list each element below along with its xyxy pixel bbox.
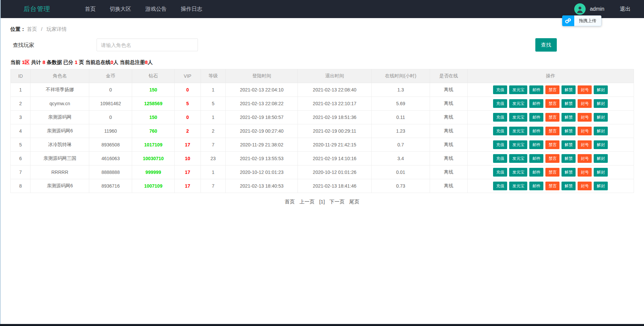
action-button-orange[interactable]: 封号 [578, 113, 592, 122]
action-button-teal[interactable]: 解禁 [561, 154, 576, 163]
action-button-orange[interactable]: 封号 [578, 140, 592, 149]
action-button-orange[interactable]: 封号 [578, 168, 592, 177]
action-button-teal[interactable]: 发元宝 [509, 168, 527, 177]
action-button-teal[interactable]: 充值 [493, 113, 507, 122]
cell-diamond: 1017109 [132, 138, 174, 152]
action-button-teal[interactable]: 解封 [594, 127, 608, 135]
summary-text: 共计 [30, 59, 43, 65]
action-button-orange[interactable]: 禁言 [545, 85, 559, 94]
breadcrumb-prefix: 位置： [10, 26, 25, 32]
nav-item[interactable]: 首页 [78, 0, 103, 18]
table-row: 5冰冷凯特琳893650810171091772020-11-29 21:38:… [11, 138, 634, 152]
action-button-orange[interactable]: 封号 [578, 127, 592, 135]
action-button-teal[interactable]: 解封 [594, 168, 608, 177]
action-button-teal[interactable]: 邮件 [529, 154, 543, 163]
action-button-orange[interactable]: 禁言 [545, 154, 559, 163]
action-button-orange[interactable]: 封号 [578, 182, 592, 190]
players-table: ID角色名金币钻石VIP等级登陆时间退出时间在线时间(小时)是否在线操作 1不祥… [10, 69, 634, 193]
action-button-teal[interactable]: 充值 [493, 127, 507, 135]
action-button-orange[interactable]: 禁言 [545, 99, 559, 108]
page-link[interactable]: 首页 [285, 199, 295, 204]
action-button-orange[interactable]: 封号 [578, 154, 592, 163]
action-button-teal[interactable]: 充值 [493, 140, 507, 149]
action-button-teal[interactable]: 充值 [493, 182, 507, 190]
action-button-orange[interactable]: 禁言 [545, 140, 559, 149]
cell-gold: 4616063 [89, 152, 132, 166]
action-button-teal[interactable]: 充值 [493, 99, 507, 108]
cell-diamond: 150 [132, 111, 174, 124]
app-brand[interactable]: 后台管理 [23, 5, 50, 13]
cell-vip: 17 [174, 166, 201, 179]
page-link[interactable]: 尾页 [349, 199, 359, 204]
cell-online: 离线 [430, 138, 467, 152]
action-button-teal[interactable]: 解禁 [561, 127, 576, 135]
action-button-teal[interactable]: 邮件 [529, 85, 543, 94]
page-link[interactable]: [1] [319, 199, 325, 204]
action-button-teal[interactable]: 发元宝 [509, 85, 527, 94]
action-button-teal[interactable]: 解封 [594, 140, 608, 149]
action-button-teal[interactable]: 发元宝 [509, 127, 527, 135]
action-button-teal[interactable]: 解封 [594, 154, 608, 163]
cell-actions: 充值发元宝邮件禁言解禁封号解封 [467, 97, 634, 111]
cell-logout: 2020-10-12 01:01:26 [298, 166, 371, 179]
action-button-orange[interactable]: 禁言 [545, 127, 559, 135]
action-button-teal[interactable]: 解禁 [561, 85, 576, 94]
action-button-teal[interactable]: 解禁 [561, 113, 576, 122]
action-button-orange[interactable]: 封号 [578, 99, 592, 108]
action-button-teal[interactable]: 邮件 [529, 168, 543, 177]
nav-item[interactable]: 操作日志 [174, 0, 209, 18]
cell-login: 2021-02-13 22:04:10 [225, 83, 298, 97]
breadcrumb-home[interactable]: 首页 [27, 26, 37, 32]
cell-level: 5 [201, 97, 225, 111]
action-button-teal[interactable]: 解禁 [561, 140, 576, 149]
action-button-teal[interactable]: 邮件 [529, 99, 543, 108]
table-row: 8亲测源码网6893671610071091772021-02-13 18:40… [11, 179, 634, 193]
action-button-teal[interactable]: 邮件 [529, 182, 543, 190]
action-button-teal[interactable]: 充值 [493, 168, 507, 177]
action-button-teal[interactable]: 充值 [493, 85, 507, 94]
nav-item[interactable]: 游戏公告 [138, 0, 174, 18]
cell-hours: 0.73 [371, 179, 430, 193]
action-button-teal[interactable]: 解封 [594, 99, 608, 108]
action-button-teal[interactable]: 邮件 [529, 140, 543, 149]
search-button[interactable]: 查找 [535, 38, 557, 52]
page-link[interactable]: 下一页 [329, 199, 344, 204]
cell-hours: 0.11 [371, 111, 430, 124]
action-button-teal[interactable]: 解封 [594, 182, 608, 190]
action-button-teal[interactable]: 发元宝 [509, 99, 527, 108]
action-button-teal[interactable]: 邮件 [529, 113, 543, 122]
action-button-orange[interactable]: 禁言 [545, 168, 559, 177]
username[interactable]: admin [590, 6, 604, 12]
action-button-teal[interactable]: 发元宝 [509, 154, 527, 163]
page-content: 位置： 首页 / 玩家详情 查找玩家 查找 当前 1区 共计 8 条数据 已分 … [0, 26, 644, 205]
cell-hours: 3.4 [371, 152, 430, 166]
cell-name: 亲测源码网三国 [31, 152, 89, 166]
table-row: 3亲测源码网0150012021-02-19 18:50:572021-02-1… [11, 111, 634, 124]
action-button-teal[interactable]: 发元宝 [509, 182, 527, 190]
action-button-teal[interactable]: 解封 [594, 113, 608, 122]
logout-link[interactable]: 退出 [620, 6, 631, 13]
summary-line: 当前 1区 共计 8 条数据 已分 1 页 当前总在线0人 当前总注册8人 [10, 59, 644, 66]
cell-id: 3 [11, 111, 31, 124]
action-button-teal[interactable]: 发元宝 [509, 113, 527, 122]
action-button-orange[interactable]: 禁言 [545, 182, 559, 190]
action-button-teal[interactable]: 解禁 [561, 99, 576, 108]
table-header-row: ID角色名金币钻石VIP等级登陆时间退出时间在线时间(小时)是否在线操作 [11, 69, 634, 83]
cell-actions: 充值发元宝邮件禁言解禁封号解封 [467, 166, 634, 179]
action-button-teal[interactable]: 充值 [493, 154, 507, 163]
page-link[interactable]: 上一页 [300, 199, 315, 204]
role-name-input[interactable] [97, 39, 198, 51]
cell-id: 2 [11, 97, 31, 111]
action-button-teal[interactable]: 邮件 [529, 127, 543, 135]
netdisk-upload-widget[interactable]: 拖拽上传 [562, 15, 601, 26]
cell-diamond: 10030710 [132, 152, 174, 166]
cell-online: 离线 [430, 152, 467, 166]
nav-item[interactable]: 切换大区 [103, 0, 138, 18]
action-button-teal[interactable]: 解禁 [561, 182, 576, 190]
action-button-teal[interactable]: 解封 [594, 85, 608, 94]
action-button-teal[interactable]: 发元宝 [509, 140, 527, 149]
action-button-orange[interactable]: 封号 [578, 85, 592, 94]
action-button-teal[interactable]: 解禁 [561, 168, 576, 177]
action-button-orange[interactable]: 禁言 [545, 113, 559, 122]
column-header: 在线时间(小时) [371, 69, 430, 83]
